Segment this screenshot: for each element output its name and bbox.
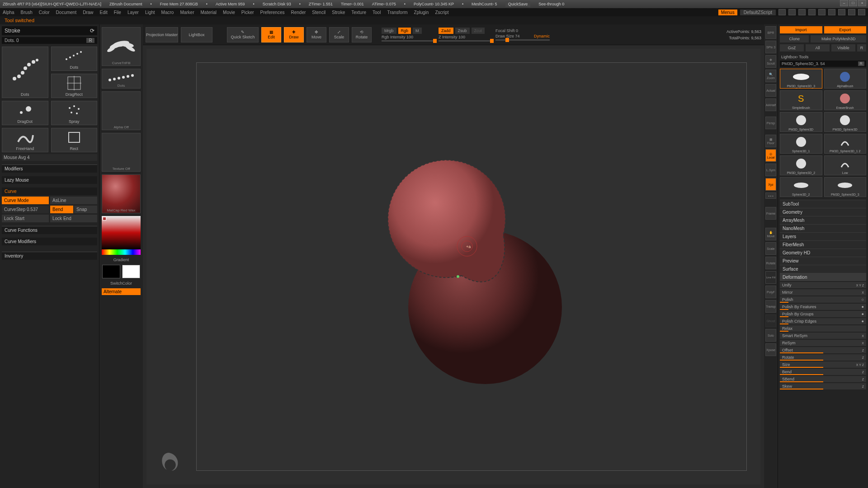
make-polymesh-button[interactable]: Make PolyMesh3D [811,35,866,42]
menu-item[interactable]: Layer [127,10,139,15]
mouse-avg-slider[interactable]: Mouse Avg 4 [2,154,97,161]
import-button[interactable]: Import [780,26,822,33]
texture-slot[interactable]: Texture Off [102,133,141,172]
stroke-type-rect[interactable]: Rect [51,128,98,152]
export-button[interactable]: Export [824,26,867,33]
menu-item[interactable]: Macro [161,10,174,15]
zsub-button[interactable]: Zsub [455,28,470,34]
close-button[interactable]: × [858,0,866,6]
polish-slider[interactable]: Polish○ [780,296,866,303]
actual-button[interactable]: Actual [765,84,776,97]
stroke-type-current[interactable]: Dots [2,47,48,98]
menu-item[interactable]: Alpha [3,10,14,15]
menu-item[interactable]: Zscript [435,10,448,15]
geometry-accordion[interactable]: Geometry [780,208,866,216]
menu-item[interactable]: Transform [387,10,407,15]
tray-icon[interactable] [848,9,855,15]
material-slot[interactable]: MatCap Red Wax [102,174,141,213]
tool-item[interactable]: PM3D_Sphere3D_1 2 [824,134,867,154]
modifiers-section[interactable]: Modifiers [2,164,97,173]
curve-modifiers-section[interactable]: Curve Modifiers [2,238,97,245]
lock-start-button[interactable]: Lock Start [2,215,49,222]
ghost-button[interactable]: Ghost [765,314,776,327]
curve-functions-section[interactable]: Curve Functions [2,226,97,234]
smart-resym-slider[interactable]: Smart ReSymX [780,333,866,339]
menu-item[interactable]: Stencil [312,10,326,15]
deformation-accordion[interactable]: Deformation [780,273,866,281]
polish-features-slider[interactable]: Polish By Features● [780,304,866,310]
relax-slider[interactable]: Relax [780,325,866,332]
tool-item[interactable]: AlphaBrush [824,69,867,89]
stroke-type-dots[interactable]: Dots [51,47,98,71]
zcut-button[interactable]: Zcut [472,28,485,34]
offset-slider[interactable]: OffsetZ [780,347,866,353]
menu-item[interactable]: Color [39,10,50,15]
transp-button[interactable]: Transp [765,300,776,313]
secondary-color[interactable] [102,265,120,278]
asline-button[interactable]: AsLine [50,197,97,204]
inventory-section[interactable]: Inventory [2,252,97,260]
stroke-slot[interactable]: Dots [102,69,141,89]
tray-icon[interactable] [818,9,826,15]
menu-item[interactable]: Brush [21,10,33,15]
surface-accordion[interactable]: Surface [780,265,866,273]
minimize-button[interactable]: – [840,0,848,6]
menu-item[interactable]: Tool [373,10,381,15]
bend-button[interactable]: Bend [50,206,73,213]
scroll-button[interactable]: ✥Scroll [765,55,776,68]
floor-button[interactable]: ▦Floor [765,135,776,147]
tray-icon[interactable] [838,9,845,15]
lock-end-button[interactable]: Lock End [50,215,97,222]
menu-item[interactable]: Movie [223,10,235,15]
stroke-type-dragdot[interactable]: DragDot [2,101,48,125]
local-button[interactable]: ◎Local [765,149,776,162]
menu-item[interactable]: Draw [83,10,93,15]
draw-button[interactable]: ✚Draw [284,27,304,42]
scale-button[interactable]: ⤢Scale [329,27,349,42]
arraymesh-accordion[interactable]: ArrayMesh [780,216,866,224]
switch-color-button[interactable]: SwitchColor [110,281,132,286]
zoom-button[interactable]: 🔍Zoom [765,70,776,82]
move-button[interactable]: ✥Move [307,27,326,42]
curve-mode-button[interactable]: Curve Mode [2,197,49,204]
maximize-button[interactable]: □ [849,0,857,6]
polyf-button[interactable]: PolyF [765,286,776,298]
menu-item[interactable]: Material [201,10,217,15]
persp-button[interactable]: Persp [765,117,776,129]
quick-sketch-button[interactable]: ✎Quick Sketch [227,27,259,42]
tool-item[interactable]: PM3D_Sphere3D_3 [780,69,822,89]
polish-crisp-slider[interactable]: Polish Crisp Edges● [780,318,866,324]
tool-item[interactable]: PM3D_Sphere3D_3 [824,177,867,197]
scale-view-button[interactable]: Scale [765,242,776,255]
tool-item[interactable]: Sphere3D_1 [780,134,822,154]
snap-button[interactable]: Snap [74,206,97,213]
geometryhd-accordion[interactable]: Geometry HD [780,249,866,257]
r-button[interactable]: R [857,44,866,52]
r-badge[interactable]: R [858,61,865,66]
xpose-button[interactable]: Xpose [765,343,776,356]
stroke-type-dragrect[interactable]: DragRect [51,74,98,98]
axis-dots[interactable]: • • • [765,192,776,199]
mrgb-button[interactable]: Mrgb [382,28,396,34]
default-zscript[interactable]: DefaultZScript [740,9,776,15]
lightbox-tools-button[interactable]: Lightbox› Tools [780,53,866,61]
resym-slider[interactable]: ReSymX [780,340,866,346]
menu-item[interactable]: Zplugin [414,10,429,15]
menu-item[interactable]: Render [291,10,306,15]
lsym-button[interactable]: L.Sym [765,164,776,176]
menu-item[interactable]: Stroke [332,10,345,15]
menu-item[interactable]: Marker [180,10,194,15]
alternate-button[interactable]: Alternate [102,288,141,295]
tray-icon[interactable] [788,9,796,15]
mirror-slider[interactable]: MirrorX [780,289,866,296]
focal-shift-slider[interactable]: Focal Shift 0 [495,28,550,33]
tray-icon[interactable] [858,9,865,15]
menu-item[interactable]: Preferences [260,10,285,15]
tool-item[interactable]: PM3D_Sphere3D [780,112,822,132]
tray-icon[interactable] [778,9,786,15]
preview-accordion[interactable]: Preview [780,257,866,265]
dynamic-label[interactable]: Dynamic [534,34,550,38]
quicksave-button[interactable]: QuickSave [505,1,531,7]
projection-master-button[interactable]: Projection Master [146,27,178,42]
brush-slot[interactable]: CurveTriFill [102,27,141,66]
